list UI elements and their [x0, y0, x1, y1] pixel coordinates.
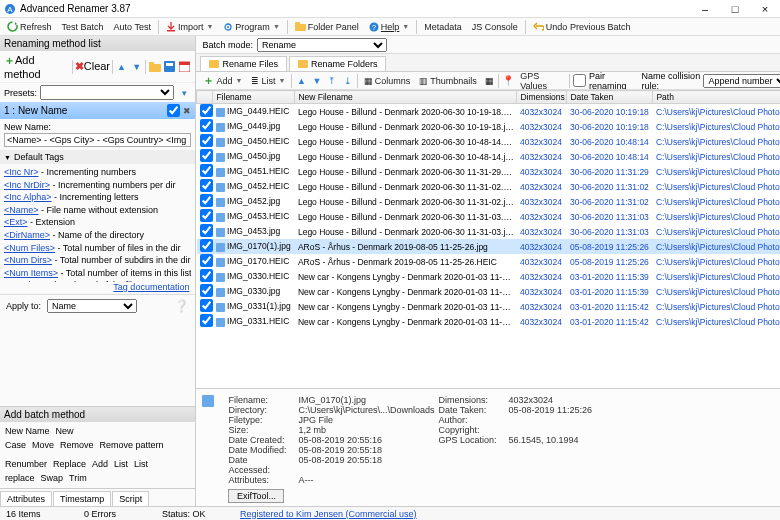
tag-link[interactable]: <Num Items> [4, 268, 58, 278]
save-icon[interactable] [163, 60, 176, 74]
import-button[interactable]: Import▼ [163, 21, 216, 33]
row-checkbox[interactable] [200, 284, 213, 297]
column-header[interactable]: Dimensions [517, 91, 567, 104]
table-row[interactable]: IMG_0330.jpgNew car - Kongens Lyngby - D… [197, 284, 780, 299]
cell-path[interactable]: C:\Users\kj\Pictures\Cloud Photos\Downlo… [653, 209, 780, 224]
row-checkbox[interactable] [200, 104, 213, 117]
grid-icon[interactable]: ▦ [483, 74, 495, 88]
test-batch-button[interactable]: Test Batch [59, 21, 107, 33]
row-checkbox[interactable] [200, 119, 213, 132]
move-top-icon[interactable]: ⤒ [326, 74, 338, 88]
exiftool-button[interactable]: ExifTool... [228, 489, 284, 503]
list-button[interactable]: ≣ List▼ [248, 75, 288, 87]
row-checkbox[interactable] [200, 239, 213, 252]
cell-path[interactable]: C:\Users\kj\Pictures\Cloud Photos\Downlo… [653, 299, 780, 314]
apply-to-select[interactable]: Name [47, 299, 137, 313]
table-row[interactable]: IMG_0452.HEICLego House - Billund - Denm… [197, 179, 780, 194]
pair-renaming-checkbox[interactable] [573, 74, 586, 87]
cell-path[interactable]: C:\Users\kj\Pictures\Cloud Photos\Downlo… [653, 179, 780, 194]
cell-path[interactable]: C:\Users\kj\Pictures\Cloud Photos\Downlo… [653, 149, 780, 164]
tag-doc-link[interactable]: Tag documentation [113, 282, 189, 292]
tag-link[interactable]: <Num Dirs> [4, 255, 52, 265]
row-checkbox[interactable] [200, 269, 213, 282]
cell-path[interactable]: C:\Users\kj\Pictures\Cloud Photos\Downlo… [653, 254, 780, 269]
table-row[interactable]: IMG_0170(1).jpgARoS - Århus - Denmark 20… [197, 239, 780, 254]
move-down-icon[interactable]: ▼ [130, 60, 143, 74]
refresh-button[interactable]: Refresh [4, 20, 55, 33]
folder-panel-button[interactable]: Folder Panel [292, 21, 362, 33]
undo-button[interactable]: Undo Previous Batch [530, 21, 634, 33]
js-console-button[interactable]: JS Console [469, 21, 521, 33]
row-checkbox[interactable] [200, 179, 213, 192]
cell-path[interactable]: C:\Users\kj\Pictures\Cloud Photos\Downlo… [653, 164, 780, 179]
table-row[interactable]: IMG_0452.jpgLego House - Billund - Denma… [197, 194, 780, 209]
table-row[interactable]: IMG_0453.HEICLego House - Billund - Denm… [197, 209, 780, 224]
method-header[interactable]: 1 : New Name ✖ [0, 102, 195, 119]
row-checkbox[interactable] [200, 209, 213, 222]
tag-link[interactable]: <DirName> [4, 230, 50, 240]
clear-button[interactable]: ✖Clear [75, 60, 110, 73]
batch-method-replace[interactable]: Replace [53, 459, 86, 469]
batch-method-add[interactable]: Add [92, 459, 108, 469]
help-icon[interactable]: ❔ [174, 299, 189, 313]
table-row[interactable]: IMG_0170.HEICARoS - Århus - Denmark 2019… [197, 254, 780, 269]
tag-link[interactable]: <Inc NrDir> [4, 180, 50, 190]
left-tab-script[interactable]: Script [112, 491, 149, 506]
table-row[interactable]: IMG_0330.HEICNew car - Kongens Lyngby - … [197, 269, 780, 284]
save-preset-icon[interactable]: ▾ [177, 86, 191, 100]
cell-path[interactable]: C:\Users\kj\Pictures\Cloud Photos\Downlo… [653, 119, 780, 134]
move-up-icon[interactable]: ▲ [115, 60, 128, 74]
tags-header[interactable]: ▼ Default Tags [0, 150, 195, 164]
name-collision-select[interactable]: Append number [703, 74, 780, 88]
table-row[interactable]: IMG_0449.jpgLego House - Billund - Denma… [197, 119, 780, 134]
table-row[interactable]: IMG_0450.HEICLego House - Billund - Denm… [197, 134, 780, 149]
row-checkbox[interactable] [200, 299, 213, 312]
tag-link[interactable]: <Ext> [4, 217, 28, 227]
batch-method-remove[interactable]: Remove [60, 440, 94, 450]
column-header[interactable]: Date Taken [567, 91, 653, 104]
presets-select[interactable] [40, 85, 174, 100]
cell-path[interactable]: C:\Users\kj\Pictures\Cloud Photos\Downlo… [653, 104, 780, 120]
cell-path[interactable]: C:\Users\kj\Pictures\Cloud Photos\Downlo… [653, 314, 780, 329]
window-close[interactable]: × [754, 3, 776, 15]
batch-mode-select[interactable]: Rename [257, 38, 387, 52]
metadata-button[interactable]: Metadata [421, 21, 465, 33]
file-tab-rename-files[interactable]: Rename Files [200, 56, 287, 71]
program-button[interactable]: Program▼ [220, 21, 282, 33]
new-name-input[interactable] [4, 133, 191, 147]
left-tab-attributes[interactable]: Attributes [0, 491, 52, 506]
move-bottom-icon[interactable]: ⤓ [341, 74, 353, 88]
add-files-button[interactable]: ＋Add▼ [200, 72, 245, 89]
table-row[interactable]: IMG_0331.HEICNew car - Kongens Lyngby - … [197, 314, 780, 329]
tag-link[interactable]: <Inc Nr> [4, 167, 39, 177]
add-method-button[interactable]: ＋Add method [4, 53, 70, 80]
batch-method-swap[interactable]: Swap [41, 473, 64, 483]
batch-method-list[interactable]: List [114, 459, 128, 469]
move-up-icon[interactable]: ▲ [295, 74, 307, 88]
file-table[interactable]: FilenameNew FilenameDimensionsDate Taken… [196, 90, 780, 329]
batch-method-remove-pattern[interactable]: Remove pattern [100, 440, 164, 450]
date-icon[interactable] [178, 60, 191, 74]
gps-values-button[interactable]: GPS Values [517, 72, 566, 90]
batch-method-new-name[interactable]: New Name [5, 426, 50, 436]
file-tab-rename-folders[interactable]: Rename Folders [289, 56, 387, 71]
window-maximize[interactable]: □ [724, 3, 746, 15]
help-button[interactable]: ? Help▼ [366, 21, 412, 33]
open-folder-icon[interactable] [148, 60, 161, 74]
auto-test-button[interactable]: Auto Test [111, 21, 154, 33]
cell-path[interactable]: C:\Users\kj\Pictures\Cloud Photos\Downlo… [653, 224, 780, 239]
batch-method-renumber[interactable]: Renumber [5, 459, 47, 469]
column-header[interactable]: Filename [213, 91, 295, 104]
cell-path[interactable]: C:\Users\kj\Pictures\Cloud Photos\Downlo… [653, 284, 780, 299]
row-checkbox[interactable] [200, 194, 213, 207]
status-registered-link[interactable]: Registered to Kim Jensen (Commercial use… [240, 509, 417, 519]
batch-method-move[interactable]: Move [32, 440, 54, 450]
cell-path[interactable]: C:\Users\kj\Pictures\Cloud Photos\Downlo… [653, 269, 780, 284]
window-minimize[interactable]: – [694, 3, 716, 15]
method-enabled-checkbox[interactable] [167, 104, 180, 117]
move-down-icon[interactable]: ▼ [311, 74, 323, 88]
tag-link[interactable]: <Name> [4, 205, 39, 215]
left-tab-timestamp[interactable]: Timestamp [53, 491, 111, 506]
table-row[interactable]: IMG_0331(1).jpgNew car - Kongens Lyngby … [197, 299, 780, 314]
row-checkbox[interactable] [200, 314, 213, 327]
